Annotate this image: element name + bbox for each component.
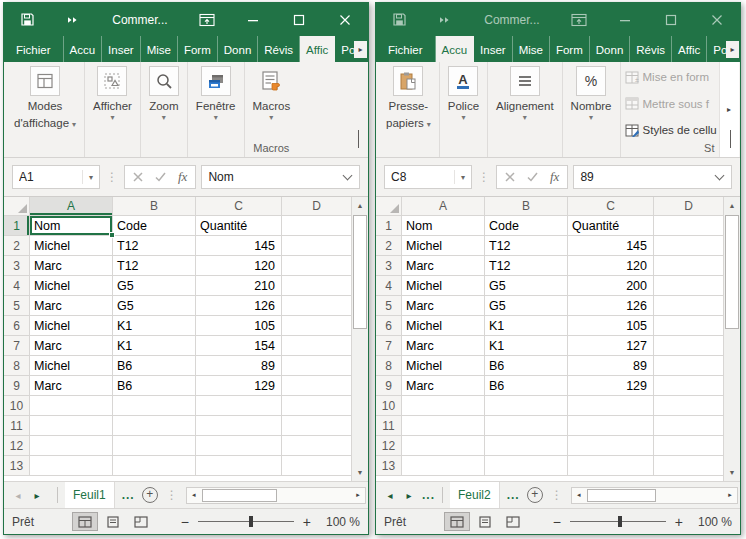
conditional-formatting-button[interactable]: ± Mise en form (625, 68, 709, 86)
ribbon-display-options-icon[interactable] (566, 7, 592, 33)
font-button[interactable]: A Police ▾ (445, 66, 482, 122)
cell-A5[interactable]: Marc (30, 296, 113, 316)
cell-C4[interactable]: 210 (196, 276, 282, 296)
cell-B10[interactable] (113, 396, 196, 416)
page-break-view-button[interactable] (128, 512, 154, 531)
previous-sheet-icon[interactable]: ◂ (384, 490, 396, 501)
qat-more-icon[interactable] (60, 7, 86, 33)
cell-C7[interactable]: 154 (196, 336, 282, 356)
cell-A4[interactable]: Michel (402, 276, 485, 296)
cell-D10[interactable] (654, 396, 723, 416)
formula-bar-grip-icon[interactable]: ⋮ (477, 170, 491, 184)
cell-B12[interactable] (485, 436, 568, 456)
cell-A1[interactable]: Nom (402, 216, 485, 236)
ribbon-tab-accu[interactable]: Accu (64, 36, 103, 62)
ribbon-tab-affic[interactable]: Affic (672, 36, 707, 62)
column-header-C[interactable]: C (568, 197, 654, 216)
cell-B7[interactable]: K1 (113, 336, 196, 356)
row-header-13[interactable]: 13 (376, 456, 402, 476)
cell-B6[interactable]: K1 (113, 316, 196, 336)
collapse-ribbon-icon[interactable] (730, 131, 731, 149)
normal-view-button[interactable] (72, 512, 98, 531)
row-header-6[interactable]: 6 (4, 316, 30, 336)
add-sheet-icon[interactable]: + (527, 487, 543, 503)
scroll-left-icon[interactable]: ◂ (572, 491, 586, 499)
zoom-button[interactable]: Zoom ▾ (146, 66, 182, 122)
row-header-7[interactable]: 7 (376, 336, 402, 356)
cell-B5[interactable]: G5 (113, 296, 196, 316)
ribbon-tab-form[interactable]: Form (178, 36, 218, 62)
ribbon-tab-inser[interactable]: Inser (474, 36, 513, 62)
zoom-slider[interactable] (198, 521, 294, 522)
cell-B9[interactable]: B6 (113, 376, 196, 396)
row-header-8[interactable]: 8 (4, 356, 30, 376)
vertical-scrollbar-thumb[interactable] (725, 215, 739, 329)
close-button[interactable] (704, 7, 730, 33)
cell-C3[interactable]: 120 (196, 256, 282, 276)
ribbon-tab-fichier[interactable]: Fichier (376, 36, 436, 62)
cell-D6[interactable] (282, 316, 351, 336)
zoom-slider[interactable] (570, 521, 666, 522)
cell-D10[interactable] (282, 396, 351, 416)
cell-C6[interactable]: 105 (568, 316, 654, 336)
title-bar-right[interactable]: Commer... (376, 3, 740, 36)
row-header-1[interactable]: 1 (376, 216, 402, 236)
cell-C5[interactable]: 126 (196, 296, 282, 316)
ribbon-tab-fichier[interactable]: Fichier (4, 36, 64, 62)
name-box-input[interactable] (385, 170, 454, 184)
cell-C3[interactable]: 120 (568, 256, 654, 276)
save-icon[interactable] (386, 7, 412, 33)
scroll-up-icon[interactable]: ▲ (352, 197, 368, 214)
name-box-input[interactable] (13, 170, 82, 184)
ribbon-tab-mise[interactable]: Mise (141, 36, 178, 62)
scroll-up-icon[interactable]: ▲ (724, 197, 740, 214)
cell-A4[interactable]: Michel (30, 276, 113, 296)
cell-D9[interactable] (282, 376, 351, 396)
name-box-dropdown-icon[interactable]: ▾ (454, 170, 471, 184)
cell-A8[interactable]: Michel (402, 356, 485, 376)
ribbon-tab-mise[interactable]: Mise (513, 36, 550, 62)
collapse-ribbon-icon[interactable] (358, 131, 359, 149)
vertical-scrollbar[interactable]: ▲ ▼ (351, 197, 368, 481)
column-header-A[interactable]: A (402, 197, 485, 216)
cell-B2[interactable]: T12 (485, 236, 568, 256)
cell-B1[interactable]: Code (485, 216, 568, 236)
cell-B9[interactable]: B6 (485, 376, 568, 396)
confirm-entry-icon[interactable] (527, 172, 538, 182)
cell-A12[interactable] (402, 436, 485, 456)
ribbon-tab-accu[interactable]: Accu (436, 36, 475, 62)
row-header-5[interactable]: 5 (4, 296, 30, 316)
cell-D11[interactable] (654, 416, 723, 436)
row-header-4[interactable]: 4 (4, 276, 30, 296)
cell-A11[interactable] (402, 416, 485, 436)
horizontal-scrollbar-thumb[interactable] (587, 489, 656, 502)
cell-D12[interactable] (282, 436, 351, 456)
name-box[interactable]: ▾ (384, 165, 472, 189)
cell-D2[interactable] (282, 236, 351, 256)
formula-bar-grip-icon[interactable]: ⋮ (105, 170, 119, 184)
column-header-D[interactable]: D (654, 197, 723, 216)
expand-formula-bar-icon[interactable] (715, 171, 725, 181)
formula-input-field[interactable] (202, 170, 344, 184)
cell-A9[interactable]: Marc (30, 376, 113, 396)
row-header-5[interactable]: 5 (376, 296, 402, 316)
row-header-12[interactable]: 12 (4, 436, 30, 456)
column-header-B[interactable]: B (485, 197, 568, 216)
cell-D11[interactable] (282, 416, 351, 436)
cell-C1[interactable]: Quantité (568, 216, 654, 236)
cell-D12[interactable] (654, 436, 723, 456)
cell-C8[interactable]: 89 (196, 356, 282, 376)
cell-A2[interactable]: Michel (30, 236, 113, 256)
cell-C8[interactable]: 89 (568, 356, 654, 376)
formula-input[interactable] (201, 165, 360, 189)
zoom-in-icon[interactable]: + (303, 514, 311, 530)
ribbon-display-options-icon[interactable] (194, 7, 220, 33)
row-header-3[interactable]: 3 (376, 256, 402, 276)
workbook-views-button[interactable]: Modes d'affichage▾ (11, 66, 79, 132)
cell-A6[interactable]: Michel (402, 316, 485, 336)
macros-button[interactable]: Macros ▾ (250, 66, 294, 122)
cell-D8[interactable] (282, 356, 351, 376)
cell-D2[interactable] (654, 236, 723, 256)
cell-B12[interactable] (113, 436, 196, 456)
cell-D8[interactable] (654, 356, 723, 376)
